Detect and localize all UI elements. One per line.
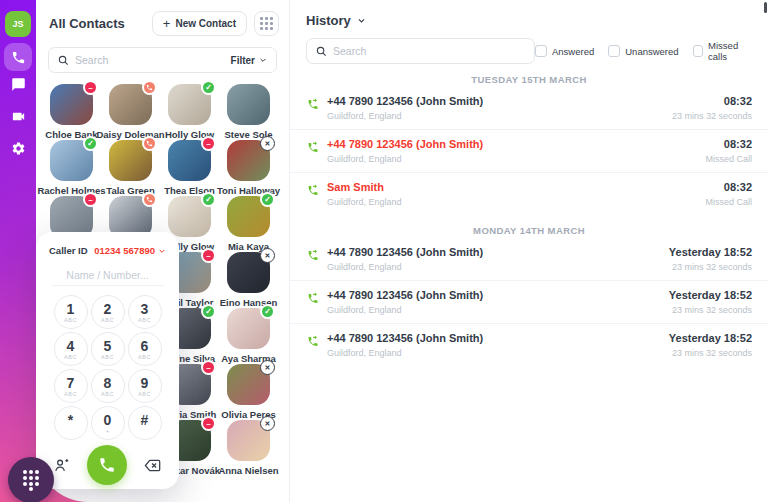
settings-gear-icon[interactable] <box>11 141 26 156</box>
contact-card[interactable]: –Thea Elson <box>160 140 219 196</box>
contact-card[interactable]: ✓Mia Kaya <box>219 196 278 252</box>
call-time: 08:32 <box>705 181 752 193</box>
keypad-key-6[interactable]: 6ABC <box>128 332 162 366</box>
contact-card[interactable]: ✕Eino Hansen <box>219 252 278 308</box>
chat-icon[interactable] <box>11 77 26 92</box>
keypad-key-0[interactable]: 0+ <box>91 406 125 440</box>
keypad-key-sublabel: ABC <box>101 317 114 323</box>
call-row[interactable]: Sam SmithGuildford, England08:32Missed C… <box>290 172 768 215</box>
filter-label: Filter <box>231 55 255 66</box>
call-row[interactable]: +44 7890 123456 (John Smith)Guildford, E… <box>290 238 768 280</box>
call-history-list: TUESDAY 15TH MARCH+44 7890 123456 (John … <box>290 74 768 366</box>
keypad-key-2[interactable]: 2ABC <box>91 295 125 329</box>
call-row[interactable]: +44 7890 123456 (John Smith)Guildford, E… <box>290 87 768 129</box>
call-filters: AnsweredUnansweredMissed calls <box>535 40 752 62</box>
caller-id-selector[interactable]: 01234 567890 <box>94 245 166 256</box>
call-location: Guildford, England <box>327 348 669 358</box>
call-meta: 08:32Missed Call <box>705 138 752 164</box>
video-icon[interactable] <box>11 109 26 124</box>
status-badge-minus-icon: – <box>83 80 98 95</box>
contact-card[interactable]: Daisy Doleman <box>101 84 160 140</box>
contacts-title: All Contacts <box>49 16 152 31</box>
backspace-button[interactable] <box>143 456 162 475</box>
contact-card[interactable]: ✓Rachel Holmes <box>42 140 101 196</box>
keypad-key-1[interactable]: 1ABC <box>54 295 88 329</box>
keypad-key-digit: 5 <box>104 339 112 353</box>
contact-card[interactable]: –Chloe Bank <box>42 84 101 140</box>
user-avatar[interactable]: JS <box>5 11 31 37</box>
contact-card[interactable]: ✕Anna Nielsen <box>219 420 278 476</box>
keypad-key-digit: 0 <box>104 413 112 427</box>
keypad-key-digit: 9 <box>141 376 149 390</box>
contact-avatar: ✓ <box>227 308 270 349</box>
call-name: Sam Smith <box>327 181 705 193</box>
contact-avatar <box>109 84 152 125</box>
contacts-search-bar: Filter <box>48 47 277 73</box>
call-meta: 08:32Missed Call <box>705 181 752 207</box>
call-row[interactable]: +44 7890 123456 (John Smith)Guildford, E… <box>290 129 768 172</box>
status-badge-minus-icon: – <box>83 192 98 207</box>
dialer-panel: Caller ID 01234 567890 1ABC2ABC3ABC4ABC5… <box>36 232 179 489</box>
contact-avatar: ✓ <box>227 196 270 237</box>
contact-card[interactable]: Tala Green <box>101 140 160 196</box>
status-badge-phone-icon <box>142 136 157 151</box>
status-badge-check-icon: ✓ <box>201 192 216 207</box>
contacts-search-input[interactable] <box>75 54 225 66</box>
search-icon <box>316 46 327 57</box>
filter-dropdown[interactable]: Filter <box>231 55 267 66</box>
sidebar: JS <box>0 0 36 502</box>
keypad-key-digit: 8 <box>104 376 112 390</box>
phone-icon <box>98 456 116 474</box>
keypad-key-#[interactable]: # <box>128 406 162 440</box>
call-time: 08:32 <box>672 95 752 107</box>
scrollbar-thumb[interactable] <box>764 2 767 13</box>
call-detail: 23 mins 32 seconds <box>672 111 752 121</box>
history-search-input[interactable] <box>333 45 525 57</box>
contact-card[interactable]: ✕Olivia Peres <box>219 364 278 420</box>
history-chevron-down-icon[interactable] <box>357 16 366 25</box>
call-direction-phone-icon <box>306 334 319 347</box>
status-badge-x-icon: ✕ <box>260 136 275 151</box>
keypad-key-4[interactable]: 4ABC <box>54 332 88 366</box>
filter-checkbox-unanswered[interactable]: Unanswered <box>608 45 678 57</box>
call-row[interactable]: +44 7890 123456 (John Smith)Guildford, E… <box>290 280 768 323</box>
contact-avatar: ✕ <box>227 252 270 293</box>
contact-card[interactable]: ✕Toni Halloway <box>219 140 278 196</box>
contact-card[interactable]: ✓Holly Glow <box>160 84 219 140</box>
call-location: Guildford, England <box>327 305 669 315</box>
call-button[interactable] <box>87 445 127 485</box>
call-name: +44 7890 123456 (John Smith) <box>327 95 672 107</box>
search-icon <box>58 55 69 66</box>
call-info: +44 7890 123456 (John Smith)Guildford, E… <box>327 289 669 315</box>
sidebar-item-phone[interactable] <box>4 43 32 71</box>
call-direction-phone-icon <box>306 140 319 153</box>
keypad-key-digit: 7 <box>67 376 75 390</box>
contact-card[interactable]: ✓Aya Sharma <box>219 308 278 364</box>
dialpad-toggle-button[interactable] <box>8 457 54 502</box>
checkbox-icon <box>608 45 620 57</box>
contact-card[interactable]: Steve Sole <box>219 84 278 140</box>
contact-avatar: – <box>168 140 211 181</box>
contact-name: Anna Nielsen <box>218 465 278 476</box>
filter-checkbox-answered[interactable]: Answered <box>535 45 594 57</box>
backspace-icon <box>143 456 162 475</box>
call-row[interactable]: +44 7890 123456 (John Smith)Guildford, E… <box>290 323 768 366</box>
checkbox-icon <box>535 45 547 57</box>
keypad-key-9[interactable]: 9ABC <box>128 369 162 403</box>
keypad-key-digit: 4 <box>67 339 75 353</box>
keypad-key-7[interactable]: 7ABC <box>54 369 88 403</box>
add-contact-button[interactable] <box>53 457 70 474</box>
call-time: 08:32 <box>705 138 752 150</box>
call-info: +44 7890 123456 (John Smith)Guildford, E… <box>327 95 672 121</box>
new-contact-button[interactable]: + New Contact <box>152 11 247 36</box>
keypad-key-8[interactable]: 8ABC <box>91 369 125 403</box>
call-detail: 23 mins 32 seconds <box>669 262 752 272</box>
grid-view-button[interactable] <box>254 11 279 36</box>
call-direction-phone-icon <box>306 183 319 196</box>
voip-app-window: JS All Contacts + New Contact Filter <box>0 0 768 502</box>
keypad-key-3[interactable]: 3ABC <box>128 295 162 329</box>
keypad-key-5[interactable]: 5ABC <box>91 332 125 366</box>
dial-number-input[interactable] <box>52 269 164 286</box>
filter-checkbox-missed-calls[interactable]: Missed calls <box>693 40 752 62</box>
keypad-key-*[interactable]: * <box>54 406 88 440</box>
